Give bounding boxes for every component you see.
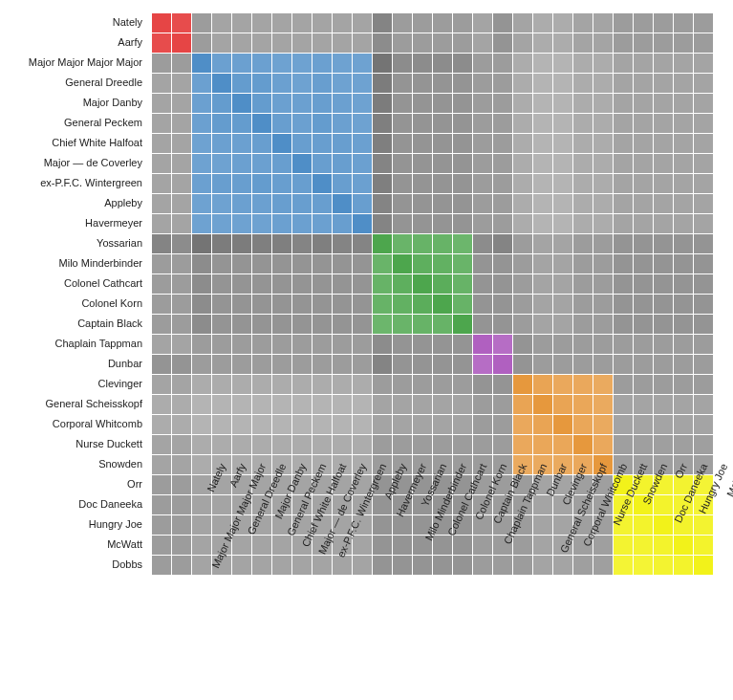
heatmap-cell [333, 315, 352, 334]
heatmap-cell [573, 13, 593, 33]
heatmap-cell [313, 234, 332, 253]
heatmap-cell [152, 355, 171, 374]
heatmap-cell [473, 194, 492, 213]
heatmap-cell [634, 375, 653, 394]
heatmap-cell [373, 13, 392, 33]
heatmap-cell [433, 274, 452, 294]
row-label: Nately [0, 12, 148, 33]
heatmap-cell [654, 114, 673, 133]
heatmap-cell [272, 154, 291, 173]
heatmap-cell [172, 415, 191, 434]
heatmap-cell [493, 395, 512, 414]
heatmap-cell [172, 495, 191, 514]
heatmap-cell [212, 33, 231, 53]
heatmap-cell [493, 134, 512, 153]
heatmap-cell [553, 154, 572, 173]
heatmap-cell [212, 194, 231, 213]
heatmap-cell [212, 315, 231, 334]
heatmap-cell [634, 114, 653, 133]
heatmap-cell [353, 114, 372, 133]
heatmap-cell [433, 94, 452, 113]
heatmap-cell [172, 375, 191, 394]
heatmap-cell [212, 395, 231, 414]
heatmap-cell [593, 94, 613, 113]
heatmap-cell [252, 355, 271, 374]
heatmap-cell [272, 355, 291, 374]
heatmap-cell [654, 335, 673, 354]
heatmap-cell [333, 254, 352, 273]
heatmap-cell [393, 315, 412, 334]
heatmap-cell [152, 335, 171, 354]
heatmap-cell [694, 33, 713, 53]
heatmap-cell [192, 154, 211, 173]
heatmap-cell [373, 114, 392, 133]
heatmap-cell [252, 234, 271, 253]
heatmap-cell [473, 355, 492, 374]
heatmap-cell [333, 295, 352, 314]
heatmap-cell [393, 174, 412, 193]
heatmap-cell [333, 154, 352, 173]
heatmap-cell [353, 174, 372, 193]
heatmap-cell [614, 194, 633, 213]
heatmap-cell [353, 435, 372, 454]
heatmap-cell [473, 234, 492, 253]
heatmap-cell [393, 335, 412, 354]
heatmap-cell [172, 33, 191, 53]
heatmap-cell [393, 33, 412, 53]
heatmap-cell [212, 154, 231, 173]
heatmap-cell [453, 234, 472, 253]
heatmap-cell [533, 194, 552, 213]
heatmap-cell [453, 134, 472, 153]
heatmap-cell [292, 415, 312, 434]
heatmap-cell [313, 114, 332, 133]
heatmap-cell [333, 415, 352, 434]
row-label: Yossarian [0, 233, 148, 253]
heatmap-cell [513, 174, 532, 193]
heatmap-cell [593, 74, 613, 93]
heatmap-cell [493, 33, 512, 53]
row-label: Milo Minderbinder [0, 253, 148, 273]
heatmap-cell [212, 174, 231, 193]
heatmap-cell [674, 415, 693, 434]
heatmap-cell [694, 274, 713, 294]
heatmap-cell [634, 214, 653, 233]
heatmap-cell [373, 335, 392, 354]
heatmap-cell [553, 74, 572, 93]
heatmap-cell [553, 194, 572, 213]
heatmap-cell [212, 94, 231, 113]
row-label: Dunbar [0, 354, 148, 374]
heatmap-cell [252, 74, 271, 93]
heatmap-cell [152, 134, 171, 153]
heatmap-cell [513, 335, 532, 354]
heatmap-cell [192, 355, 211, 374]
heatmap-cell [593, 274, 613, 294]
heatmap-cell [393, 194, 412, 213]
heatmap-cell [192, 455, 211, 474]
heatmap-cell [473, 214, 492, 233]
heatmap-cell [453, 54, 472, 73]
heatmap-cell [232, 254, 251, 273]
row-label: General Peckem [0, 113, 148, 133]
heatmap-cell [152, 94, 171, 113]
heatmap-cell [533, 435, 552, 454]
heatmap-cell [212, 254, 231, 273]
heatmap-cell [654, 214, 673, 233]
heatmap-cell [694, 74, 713, 93]
heatmap-cell [614, 33, 633, 53]
heatmap-cell [413, 54, 432, 73]
heatmap-cell [473, 395, 492, 414]
heatmap-cell [172, 13, 191, 33]
heatmap-cell [473, 13, 492, 33]
heatmap-cell [413, 214, 432, 233]
heatmap-cell [353, 295, 372, 314]
heatmap-cell [593, 395, 613, 414]
heatmap-cell [493, 214, 512, 233]
heatmap-cell [593, 315, 613, 334]
heatmap-cell [192, 74, 211, 93]
heatmap-cell [393, 274, 412, 294]
heatmap-cell [373, 54, 392, 73]
heatmap-cell [654, 33, 673, 53]
heatmap-cell [433, 54, 452, 73]
heatmap-cell [192, 315, 211, 334]
heatmap-cell [654, 194, 673, 213]
